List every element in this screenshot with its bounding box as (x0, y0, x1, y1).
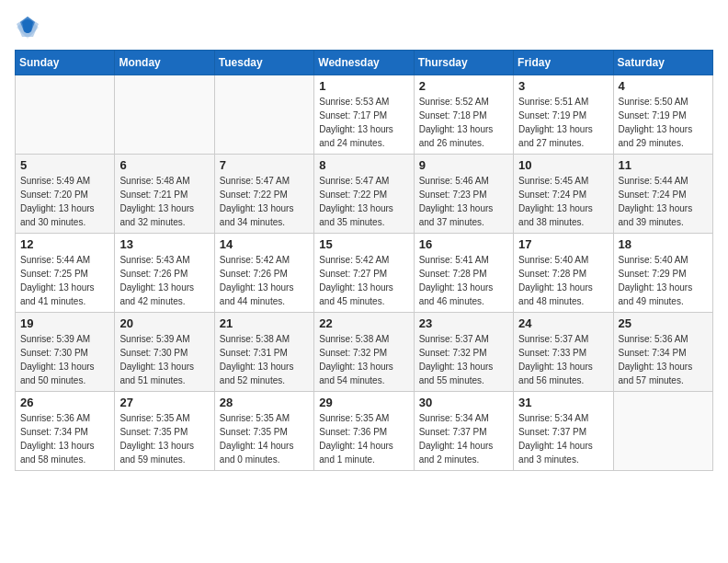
day-header: Monday (115, 51, 214, 75)
calendar-week-row: 12Sunrise: 5:44 AM Sunset: 7:25 PM Dayli… (16, 234, 713, 313)
day-info: Sunrise: 5:40 AM Sunset: 7:28 PM Dayligh… (518, 253, 608, 308)
day-info: Sunrise: 5:42 AM Sunset: 7:27 PM Dayligh… (319, 253, 408, 308)
calendar-cell: 11Sunrise: 5:44 AM Sunset: 7:24 PM Dayli… (613, 155, 712, 234)
calendar-cell: 9Sunrise: 5:46 AM Sunset: 7:23 PM Daylig… (414, 155, 513, 234)
day-number: 4 (619, 79, 708, 93)
day-number: 23 (419, 316, 508, 330)
calendar-cell: 26Sunrise: 5:36 AM Sunset: 7:34 PM Dayli… (16, 392, 115, 471)
day-header: Saturday (613, 51, 712, 75)
day-number: 2 (419, 79, 508, 93)
day-number: 21 (220, 316, 309, 330)
day-header: Wednesday (314, 51, 414, 75)
day-info: Sunrise: 5:53 AM Sunset: 7:17 PM Dayligh… (319, 95, 408, 150)
day-number: 31 (518, 396, 608, 409)
calendar-cell: 14Sunrise: 5:42 AM Sunset: 7:26 PM Dayli… (214, 234, 313, 313)
day-number: 24 (518, 316, 608, 330)
calendar-cell: 1Sunrise: 5:53 AM Sunset: 7:17 PM Daylig… (314, 75, 414, 155)
day-number: 5 (20, 158, 109, 172)
calendar-cell: 24Sunrise: 5:37 AM Sunset: 7:33 PM Dayli… (514, 313, 613, 392)
day-number: 12 (20, 237, 109, 251)
day-number: 7 (220, 158, 309, 172)
calendar-cell: 4Sunrise: 5:50 AM Sunset: 7:19 PM Daylig… (613, 75, 712, 155)
calendar-cell: 31Sunrise: 5:34 AM Sunset: 7:37 PM Dayli… (514, 392, 613, 471)
calendar-cell: 21Sunrise: 5:38 AM Sunset: 7:31 PM Dayli… (214, 313, 313, 392)
day-info: Sunrise: 5:50 AM Sunset: 7:19 PM Dayligh… (619, 95, 708, 150)
day-info: Sunrise: 5:46 AM Sunset: 7:23 PM Dayligh… (419, 174, 508, 229)
day-info: Sunrise: 5:44 AM Sunset: 7:24 PM Dayligh… (619, 174, 708, 229)
day-info: Sunrise: 5:34 AM Sunset: 7:37 PM Dayligh… (518, 411, 608, 466)
calendar-cell (613, 392, 712, 471)
day-number: 15 (319, 237, 408, 251)
day-header: Friday (514, 51, 613, 75)
day-info: Sunrise: 5:39 AM Sunset: 7:30 PM Dayligh… (119, 332, 209, 387)
calendar-cell: 25Sunrise: 5:36 AM Sunset: 7:34 PM Dayli… (613, 313, 712, 392)
calendar-cell: 5Sunrise: 5:49 AM Sunset: 7:20 PM Daylig… (16, 155, 115, 234)
day-info: Sunrise: 5:47 AM Sunset: 7:22 PM Dayligh… (220, 174, 309, 229)
logo-icon (15, 15, 40, 40)
day-info: Sunrise: 5:34 AM Sunset: 7:37 PM Dayligh… (419, 411, 508, 466)
day-number: 22 (319, 316, 408, 330)
day-number: 29 (319, 396, 408, 409)
day-info: Sunrise: 5:37 AM Sunset: 7:32 PM Dayligh… (419, 332, 508, 387)
day-info: Sunrise: 5:40 AM Sunset: 7:29 PM Dayligh… (619, 253, 708, 308)
day-info: Sunrise: 5:36 AM Sunset: 7:34 PM Dayligh… (619, 332, 708, 387)
calendar-cell: 8Sunrise: 5:47 AM Sunset: 7:22 PM Daylig… (314, 155, 414, 234)
day-header: Thursday (414, 51, 513, 75)
calendar-cell: 15Sunrise: 5:42 AM Sunset: 7:27 PM Dayli… (314, 234, 414, 313)
calendar-cell (214, 75, 313, 155)
calendar-cell: 10Sunrise: 5:45 AM Sunset: 7:24 PM Dayli… (514, 155, 613, 234)
calendar-cell: 20Sunrise: 5:39 AM Sunset: 7:30 PM Dayli… (115, 313, 214, 392)
calendar-header-row: SundayMondayTuesdayWednesdayThursdayFrid… (16, 51, 713, 75)
calendar-cell: 13Sunrise: 5:43 AM Sunset: 7:26 PM Dayli… (115, 234, 214, 313)
day-number: 28 (220, 396, 309, 409)
calendar-cell: 18Sunrise: 5:40 AM Sunset: 7:29 PM Dayli… (613, 234, 712, 313)
day-number: 25 (619, 316, 708, 330)
calendar-cell: 27Sunrise: 5:35 AM Sunset: 7:35 PM Dayli… (115, 392, 214, 471)
day-info: Sunrise: 5:36 AM Sunset: 7:34 PM Dayligh… (20, 411, 109, 466)
day-info: Sunrise: 5:35 AM Sunset: 7:36 PM Dayligh… (319, 411, 408, 466)
calendar-cell: 28Sunrise: 5:35 AM Sunset: 7:35 PM Dayli… (214, 392, 313, 471)
day-number: 30 (419, 396, 508, 409)
day-number: 8 (319, 158, 408, 172)
day-header: Sunday (16, 51, 115, 75)
logo (15, 15, 44, 40)
day-info: Sunrise: 5:45 AM Sunset: 7:24 PM Dayligh… (518, 174, 608, 229)
day-info: Sunrise: 5:48 AM Sunset: 7:21 PM Dayligh… (119, 174, 209, 229)
day-number: 16 (419, 237, 508, 251)
day-info: Sunrise: 5:41 AM Sunset: 7:28 PM Dayligh… (419, 253, 508, 308)
calendar-cell: 22Sunrise: 5:38 AM Sunset: 7:32 PM Dayli… (314, 313, 414, 392)
calendar-week-row: 19Sunrise: 5:39 AM Sunset: 7:30 PM Dayli… (16, 313, 713, 392)
day-number: 14 (220, 237, 309, 251)
calendar-cell: 19Sunrise: 5:39 AM Sunset: 7:30 PM Dayli… (16, 313, 115, 392)
day-info: Sunrise: 5:43 AM Sunset: 7:26 PM Dayligh… (119, 253, 209, 308)
day-info: Sunrise: 5:42 AM Sunset: 7:26 PM Dayligh… (220, 253, 309, 308)
day-number: 11 (619, 158, 708, 172)
calendar-cell: 29Sunrise: 5:35 AM Sunset: 7:36 PM Dayli… (314, 392, 414, 471)
day-info: Sunrise: 5:37 AM Sunset: 7:33 PM Dayligh… (518, 332, 608, 387)
day-info: Sunrise: 5:44 AM Sunset: 7:25 PM Dayligh… (20, 253, 109, 308)
day-info: Sunrise: 5:38 AM Sunset: 7:31 PM Dayligh… (220, 332, 309, 387)
calendar-cell: 12Sunrise: 5:44 AM Sunset: 7:25 PM Dayli… (16, 234, 115, 313)
day-number: 13 (119, 237, 209, 251)
day-number: 3 (518, 79, 608, 93)
day-number: 20 (119, 316, 209, 330)
day-info: Sunrise: 5:47 AM Sunset: 7:22 PM Dayligh… (319, 174, 408, 229)
day-number: 26 (20, 396, 109, 409)
day-number: 1 (319, 79, 408, 93)
calendar-cell: 2Sunrise: 5:52 AM Sunset: 7:18 PM Daylig… (414, 75, 513, 155)
page-header (15, 15, 713, 40)
day-info: Sunrise: 5:38 AM Sunset: 7:32 PM Dayligh… (319, 332, 408, 387)
day-info: Sunrise: 5:35 AM Sunset: 7:35 PM Dayligh… (220, 411, 309, 466)
calendar-cell: 3Sunrise: 5:51 AM Sunset: 7:19 PM Daylig… (514, 75, 613, 155)
day-info: Sunrise: 5:51 AM Sunset: 7:19 PM Dayligh… (518, 95, 608, 150)
calendar-week-row: 5Sunrise: 5:49 AM Sunset: 7:20 PM Daylig… (16, 155, 713, 234)
day-info: Sunrise: 5:52 AM Sunset: 7:18 PM Dayligh… (419, 95, 508, 150)
day-number: 19 (20, 316, 109, 330)
calendar-cell: 23Sunrise: 5:37 AM Sunset: 7:32 PM Dayli… (414, 313, 513, 392)
calendar-cell: 16Sunrise: 5:41 AM Sunset: 7:28 PM Dayli… (414, 234, 513, 313)
calendar-week-row: 1Sunrise: 5:53 AM Sunset: 7:17 PM Daylig… (16, 75, 713, 155)
calendar-week-row: 26Sunrise: 5:36 AM Sunset: 7:34 PM Dayli… (16, 392, 713, 471)
calendar-cell (16, 75, 115, 155)
calendar-cell: 30Sunrise: 5:34 AM Sunset: 7:37 PM Dayli… (414, 392, 513, 471)
day-info: Sunrise: 5:39 AM Sunset: 7:30 PM Dayligh… (20, 332, 109, 387)
